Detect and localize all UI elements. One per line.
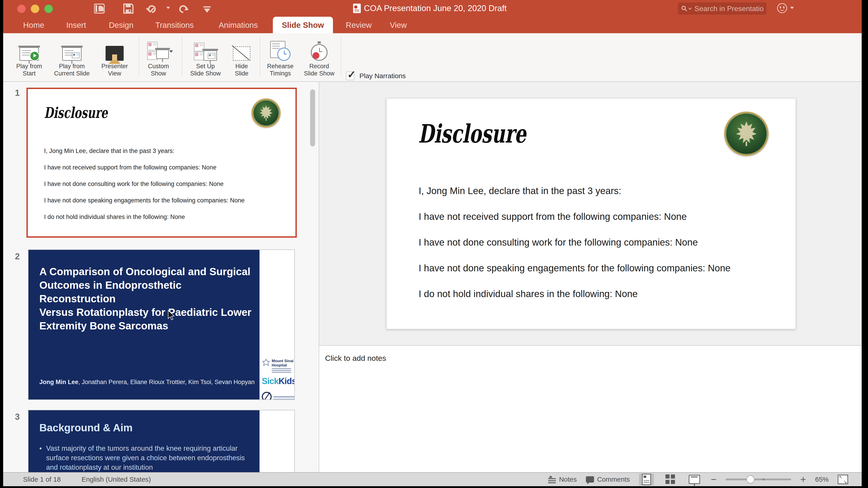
checkbox-play-narrations[interactable]: ✓ Play Narrations bbox=[346, 72, 406, 80]
mouse-cursor bbox=[168, 310, 176, 322]
undo-icon[interactable] bbox=[146, 3, 157, 14]
slide-title-text[interactable]: Disclosure bbox=[418, 119, 526, 149]
presenter-view-button[interactable]: PresenterView bbox=[95, 38, 134, 77]
custom-show-icon bbox=[147, 38, 170, 61]
tab-design[interactable]: Design bbox=[105, 17, 137, 33]
slide-sorter-view-button[interactable] bbox=[663, 474, 678, 485]
save-icon[interactable] bbox=[123, 3, 134, 14]
mount-sinai-logo: Mount SinaiHospital bbox=[262, 359, 293, 369]
slide-counter: Slide 1 of 18 bbox=[23, 476, 61, 483]
slide-number-2: 2 bbox=[15, 252, 20, 261]
custom-show-button[interactable]: CustomShow bbox=[142, 38, 176, 77]
ribbon-tab-row: Slide Show Home Insert Design Transition… bbox=[3, 17, 862, 33]
record-slide-show-button[interactable]: RecordSlide Show bbox=[299, 38, 339, 77]
toronto-orthopaedic-text-lines bbox=[274, 396, 295, 397]
play-from-current-slide-icon bbox=[62, 47, 82, 61]
new-from-template-icon[interactable] bbox=[94, 3, 106, 14]
thumb2-authors: Jong Min Lee, Jonathan Perera, Eliane Ri… bbox=[39, 379, 254, 386]
thumb2-logo-strip: Mount SinaiHospital SickKids bbox=[259, 250, 294, 399]
record-slide-show-icon bbox=[311, 44, 328, 61]
undo-dropdown-caret[interactable] bbox=[166, 7, 170, 9]
coa-logo bbox=[252, 98, 281, 127]
window-title: COA Presentation June 20, 2020 Draft bbox=[364, 4, 506, 13]
checkmark-icon: ✓ bbox=[347, 69, 356, 80]
slideshow-view-button[interactable] bbox=[687, 474, 702, 485]
search-input[interactable]: Search in Presentation bbox=[678, 2, 767, 15]
rehearse-timings-icon bbox=[270, 38, 290, 61]
tab-insert[interactable]: Insert bbox=[61, 17, 91, 33]
fit-slide-to-window-button[interactable] bbox=[838, 475, 848, 484]
sickkids-logo: SickKids bbox=[262, 377, 295, 386]
redo-icon[interactable] bbox=[178, 3, 189, 14]
play-from-start-icon bbox=[20, 47, 39, 61]
thumb3-title: Background & Aim bbox=[39, 422, 132, 434]
ribbon-slide-show: Play fromStart Play fromCurrent Slide Pr… bbox=[3, 33, 862, 82]
slideshow-icon bbox=[689, 475, 700, 484]
document-title-group: COA Presentation June 20, 2020 Draft bbox=[353, 4, 506, 13]
play-from-current-slide-button[interactable]: Play fromCurrent Slide bbox=[50, 38, 94, 77]
coa-logo bbox=[724, 111, 769, 156]
desktop: { "window": { "title": "COA Presentation… bbox=[0, 0, 868, 488]
set-up-slide-show-button[interactable]: Set UpSlide Show bbox=[184, 38, 227, 77]
search-scope-caret-icon bbox=[688, 7, 692, 10]
ribbon-group-divider bbox=[139, 37, 139, 76]
ribbon-group-divider bbox=[341, 37, 341, 76]
zoom-default-marker bbox=[763, 478, 765, 481]
thumb2-title: A Comparison of Oncological and Surgical… bbox=[39, 265, 260, 332]
feedback-smiley-icon[interactable] bbox=[777, 3, 787, 13]
tab-transitions[interactable]: Transitions bbox=[151, 17, 198, 33]
powerpoint-window: COA Presentation June 20, 2020 Draft Sea… bbox=[3, 0, 862, 486]
zoom-out-button[interactable]: − bbox=[711, 475, 717, 484]
toronto-orthopaedic-icon bbox=[262, 392, 272, 400]
notes-placeholder: Click to add notes bbox=[325, 354, 386, 363]
slide-thumbnail-panel: 1 2 3 Disclosure I, Jong Min Lee, declar… bbox=[3, 82, 319, 472]
search-icon bbox=[681, 5, 687, 12]
tab-view[interactable]: View bbox=[385, 17, 412, 33]
tab-animations[interactable]: Animations bbox=[214, 17, 263, 33]
toronto-orthopaedic-logo bbox=[262, 392, 295, 400]
zoom-window-button[interactable] bbox=[44, 4, 53, 13]
rehearse-timings-button[interactable]: RehearseTimings bbox=[262, 38, 298, 77]
slide-body-text[interactable]: I, Jong Min Lee, declare that in the pas… bbox=[418, 178, 731, 307]
thumb3-slide-bg: Background & Aim •Vast majority of the t… bbox=[29, 410, 260, 472]
thumb3-body: •Vast majority of the tumors around the … bbox=[39, 444, 245, 472]
comments-toggle-button[interactable]: Comments bbox=[586, 476, 630, 483]
comments-icon bbox=[586, 476, 594, 483]
notes-icon bbox=[548, 476, 556, 483]
play-from-start-button[interactable]: Play fromStart bbox=[10, 38, 49, 77]
search-placeholder: Search in Presentation bbox=[694, 4, 763, 13]
tab-slide-show[interactable]: Slide Show bbox=[273, 17, 333, 33]
thumb1-title: Disclosure bbox=[44, 104, 107, 122]
statusbar: Slide 1 of 18 English (United States) No… bbox=[3, 472, 862, 486]
thumbnail-scrollbar[interactable] bbox=[310, 90, 315, 147]
titlebar: COA Presentation June 20, 2020 Draft Sea… bbox=[3, 0, 862, 17]
main-slide-canvas[interactable]: Disclosure I, Jong Min Lee, declare that… bbox=[386, 98, 796, 329]
presenter-view-icon bbox=[105, 46, 124, 61]
slide-thumbnail-3[interactable]: Background & Aim •Vast majority of the t… bbox=[28, 410, 295, 472]
tab-review[interactable]: Review bbox=[342, 17, 376, 33]
slide-thumbnail-2[interactable]: A Comparison of Oncological and Surgical… bbox=[28, 250, 295, 400]
normal-view-button[interactable] bbox=[639, 474, 654, 485]
notes-toggle-button[interactable]: Notes bbox=[548, 476, 577, 483]
zoom-slider[interactable] bbox=[725, 479, 791, 480]
slide-thumbnail-1[interactable]: Disclosure I, Jong Min Lee, declare that… bbox=[26, 88, 297, 238]
powerpoint-doc-icon bbox=[353, 4, 361, 13]
thumb1-body: I, Jong Min Lee, declare that in the pas… bbox=[44, 143, 245, 225]
feedback-dropdown-caret[interactable] bbox=[790, 7, 794, 9]
tab-home[interactable]: Home bbox=[19, 17, 49, 33]
quick-access-more-icon[interactable] bbox=[202, 4, 212, 15]
thumb2-slide-bg: A Comparison of Oncological and Surgical… bbox=[29, 250, 260, 399]
close-window-button[interactable] bbox=[17, 4, 26, 13]
notes-pane[interactable]: Click to add notes bbox=[319, 345, 862, 472]
hide-slide-icon bbox=[233, 46, 250, 61]
zoom-slider-thumb[interactable] bbox=[746, 475, 754, 484]
mount-sinai-subtext-lines bbox=[272, 368, 291, 369]
set-up-slide-show-icon bbox=[194, 38, 217, 61]
minimize-window-button[interactable] bbox=[31, 4, 39, 13]
zoom-level[interactable]: 65% bbox=[815, 476, 829, 483]
mount-sinai-star-icon bbox=[262, 359, 270, 367]
language-indicator[interactable]: English (United States) bbox=[82, 476, 151, 483]
hide-slide-button[interactable]: HideSlide bbox=[229, 38, 254, 77]
zoom-in-button[interactable]: + bbox=[800, 475, 806, 484]
slide-number-1: 1 bbox=[15, 88, 20, 98]
